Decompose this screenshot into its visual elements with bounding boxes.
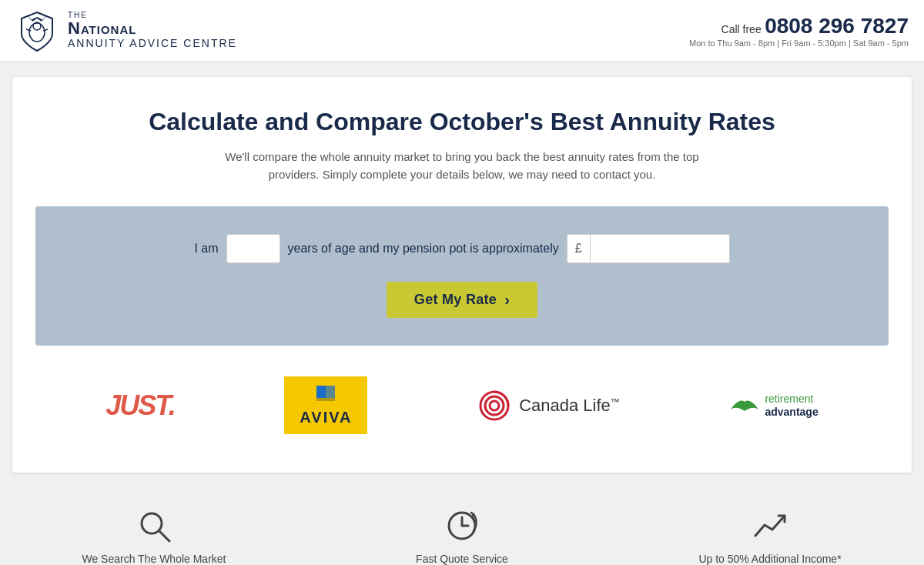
call-free-line: Call free 0808 296 7827 (689, 14, 909, 38)
just-logo-text: JUST. (105, 389, 174, 422)
get-rate-label: Get My Rate (414, 292, 497, 308)
footer-item-search: We Search The Whole Market (46, 508, 262, 565)
crest-icon (15, 9, 59, 52)
svg-point-9 (485, 396, 504, 415)
logo-national: National (68, 19, 237, 38)
pound-symbol: £ (567, 235, 591, 262)
retirement-bird-icon (729, 394, 760, 417)
years-label: years of age and my pension pot is appro… (288, 242, 559, 256)
call-free-label: Call free (721, 23, 762, 35)
svg-line-12 (159, 531, 169, 541)
aviva-icon (315, 384, 336, 406)
logo-text: THE National Annuity Advice Centre (68, 11, 237, 50)
i-am-label: I am (194, 242, 218, 256)
partners-row: JUST. AVIVA (35, 376, 889, 434)
logo-area: THE National Annuity Advice Centre (15, 9, 237, 52)
phone-number: 0808 296 7827 (765, 14, 909, 38)
header-contact: Call free 0808 296 7827 Mon to Thu 9am -… (689, 14, 909, 48)
trending-up-icon (752, 508, 788, 543)
canada-life-wrapper: Canada Life™ (477, 389, 620, 423)
age-input[interactable] (226, 234, 280, 263)
svg-point-10 (490, 401, 499, 410)
footer-item-income: Up to 50% Additional Income* (662, 508, 878, 565)
pension-input[interactable] (591, 234, 729, 263)
canada-life-text: Canada Life™ (519, 396, 620, 416)
just-logo: JUST. (105, 389, 174, 422)
aviva-box: AVIVA (284, 376, 367, 434)
canada-life-logo: Canada Life™ (477, 389, 620, 423)
svg-point-1 (29, 23, 45, 42)
main-card: Calculate and Compare October's Best Ann… (12, 77, 912, 473)
get-rate-button[interactable]: Get My Rate › (387, 282, 537, 318)
main-wrapper: Calculate and Compare October's Best Ann… (0, 62, 924, 485)
header: THE National Annuity Advice Centre Call … (0, 0, 924, 62)
footer-label-search: We Search The Whole Market (82, 553, 226, 565)
footer-label-fast-quote: Fast Quote Service (416, 553, 508, 565)
retirement-adv-wrapper: retirement advantage (729, 393, 818, 419)
svg-rect-7 (316, 398, 335, 401)
clock-refresh-icon (444, 508, 480, 543)
hero-subtitle: We'll compare the whole annuity market t… (223, 149, 701, 183)
calc-row: I am years of age and my pension pot is … (194, 234, 729, 263)
logo-sub: Annuity Advice Centre (68, 38, 237, 49)
footer-label-income: Up to 50% Additional Income* (698, 553, 841, 565)
footer-item-fast-quote: Fast Quote Service (354, 508, 570, 565)
retirement-advantage-logo: retirement advantage (729, 393, 818, 419)
opening-hours: Mon to Thu 9am - 8pm | Fri 9am - 5:30pm … (689, 38, 909, 48)
search-icon (136, 508, 172, 543)
svg-rect-5 (316, 386, 326, 398)
footer-section: We Search The Whole Market Fast Quote Se… (0, 485, 924, 565)
canada-life-spiral-icon (477, 389, 511, 423)
chevron-right-icon: › (504, 291, 510, 309)
svg-marker-6 (326, 386, 335, 398)
pension-input-wrapper: £ (567, 234, 730, 263)
aviva-logo: AVIVA (284, 376, 367, 434)
retirement-text: retirement advantage (765, 393, 818, 419)
calculator-box: I am years of age and my pension pot is … (35, 206, 889, 346)
aviva-text: AVIVA (300, 409, 352, 426)
hero-title: Calculate and Compare October's Best Ann… (35, 108, 889, 136)
